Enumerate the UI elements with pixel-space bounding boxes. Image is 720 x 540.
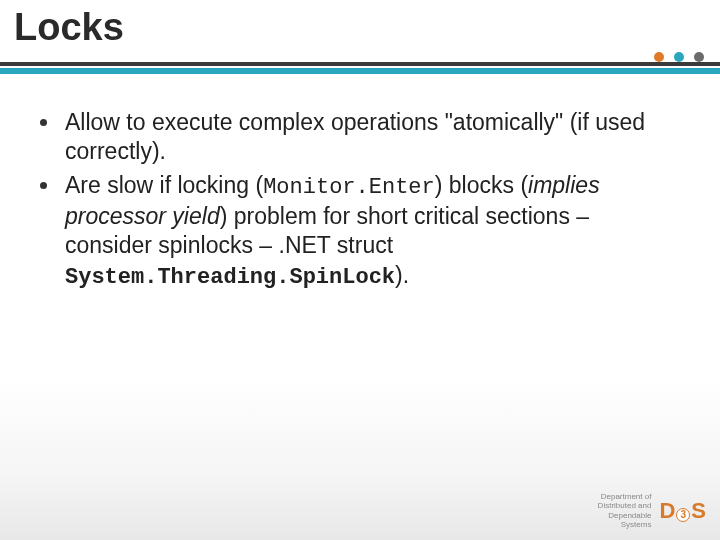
rule-teal: [0, 68, 720, 74]
d3s-logo: D 3 S: [659, 498, 706, 524]
content-area: Allow to execute complex operations "ato…: [40, 108, 680, 296]
title-rule: [0, 62, 720, 74]
bullet-text: Allow to execute complex operations "ato…: [65, 108, 680, 167]
footer: Department of Distributed and Dependable…: [598, 492, 706, 530]
bullet-item: Allow to execute complex operations "ato…: [40, 108, 680, 167]
bullet-text: Are slow if locking (Monitor.Enter) bloc…: [65, 171, 680, 292]
bullet-marker-icon: [40, 119, 47, 126]
logo-letter-s: S: [691, 498, 706, 524]
bullet-marker-icon: [40, 182, 47, 189]
segment: Allow to execute complex operations "ato…: [65, 109, 645, 164]
dot-icon: [654, 52, 664, 62]
page-title: Locks: [14, 6, 124, 49]
logo-letter-d: D: [659, 498, 675, 524]
dot-icon: [674, 52, 684, 62]
dept-line: Dependable: [598, 511, 652, 521]
corner-dots: [654, 52, 704, 62]
bullet-item: Are slow if locking (Monitor.Enter) bloc…: [40, 171, 680, 292]
dept-line: Distributed and: [598, 501, 652, 511]
segment: Are slow if locking (: [65, 172, 263, 198]
rule-dark: [0, 62, 720, 66]
segment: ) blocks (: [435, 172, 528, 198]
dept-line: Department of: [598, 492, 652, 502]
segment-mono-bold: System.Threading.SpinLock: [65, 265, 395, 290]
department-label: Department of Distributed and Dependable…: [598, 492, 652, 530]
segment-mono: Monitor.Enter: [263, 175, 435, 200]
slide: Locks Allow to execute complex operation…: [0, 0, 720, 540]
logo-digit-3: 3: [676, 508, 690, 522]
dept-line: Systems: [598, 520, 652, 530]
segment: ).: [395, 262, 409, 288]
dot-icon: [694, 52, 704, 62]
